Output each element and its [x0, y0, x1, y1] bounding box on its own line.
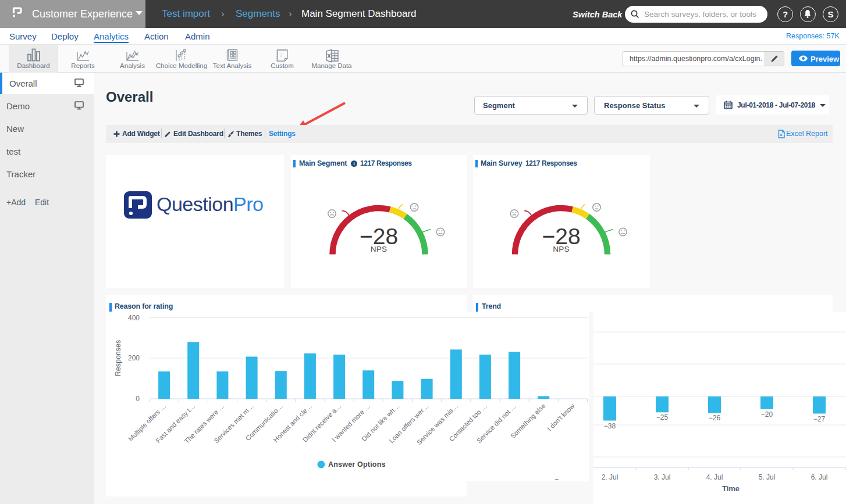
- svg-text:x: x: [780, 132, 783, 137]
- svg-text:−25: −25: [656, 413, 669, 421]
- svg-text:2. Jul: 2. Jul: [602, 473, 618, 481]
- svg-text:−20: −20: [761, 410, 773, 419]
- svg-text:3. Jul: 3. Jul: [654, 473, 671, 481]
- svg-text:−26: −26: [709, 414, 721, 422]
- svg-text:5. Jul: 5. Jul: [759, 473, 776, 481]
- svg-text:QuestionPro: QuestionPro: [157, 193, 264, 215]
- svg-text:Responses: Responses: [114, 340, 122, 377]
- svg-text:4. Jul: 4. Jul: [706, 473, 723, 481]
- svg-text:0: 0: [136, 395, 140, 403]
- svg-text:6. Jul: 6. Jul: [811, 473, 828, 481]
- svg-text:I don't know: I don't know: [546, 402, 576, 432]
- svg-text:NPS: NPS: [553, 245, 570, 253]
- svg-text:NPS: NPS: [371, 245, 388, 253]
- svg-text:200: 200: [128, 354, 140, 362]
- svg-text:−27: −27: [813, 415, 826, 423]
- svg-text:Time: Time: [722, 484, 740, 493]
- svg-text:−38: −38: [604, 422, 616, 430]
- svg-text:400: 400: [128, 314, 140, 322]
- svg-text:Answer Options: Answer Options: [328, 460, 386, 469]
